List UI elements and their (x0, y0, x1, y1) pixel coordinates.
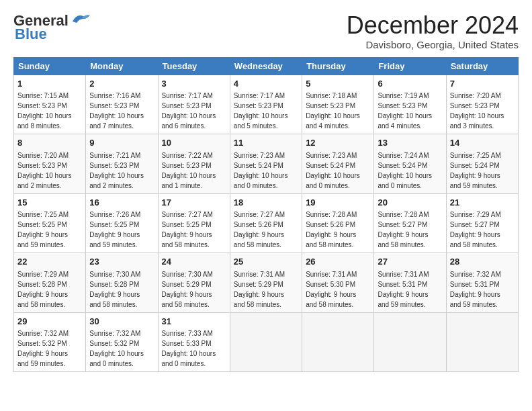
table-row: 22Sunrise: 7:29 AMSunset: 5:28 PMDayligh… (14, 253, 86, 313)
day-number: 24 (162, 256, 226, 268)
day-info: Sunrise: 7:32 AMSunset: 5:32 PMDaylight:… (89, 330, 144, 367)
day-info: Sunrise: 7:25 AMSunset: 5:25 PMDaylight:… (17, 211, 69, 248)
day-number: 4 (234, 78, 298, 90)
table-row (374, 312, 446, 372)
col-header-saturday: Saturday (446, 57, 518, 75)
day-number: 28 (450, 256, 515, 268)
calendar-week-row: 29Sunrise: 7:32 AMSunset: 5:32 PMDayligh… (14, 312, 519, 372)
table-row: 5Sunrise: 7:18 AMSunset: 5:23 PMDaylight… (302, 75, 374, 134)
day-info: Sunrise: 7:20 AMSunset: 5:23 PMDaylight:… (17, 152, 72, 189)
day-number: 1 (17, 78, 82, 90)
table-row (230, 312, 302, 372)
day-info: Sunrise: 7:28 AMSunset: 5:27 PMDaylight:… (378, 211, 429, 248)
day-info: Sunrise: 7:33 AMSunset: 5:33 PMDaylight:… (162, 330, 216, 367)
table-row: 29Sunrise: 7:32 AMSunset: 5:32 PMDayligh… (14, 312, 86, 372)
day-number: 6 (378, 78, 442, 90)
calendar-week-row: 8Sunrise: 7:20 AMSunset: 5:23 PMDaylight… (14, 134, 519, 194)
table-row: 21Sunrise: 7:29 AMSunset: 5:27 PMDayligh… (446, 193, 518, 253)
calendar-week-row: 22Sunrise: 7:29 AMSunset: 5:28 PMDayligh… (14, 253, 519, 313)
day-number: 11 (234, 137, 298, 149)
logo-bird-icon (70, 12, 91, 27)
col-header-tuesday: Tuesday (158, 57, 230, 75)
day-number: 19 (306, 197, 370, 209)
table-row: 24Sunrise: 7:30 AMSunset: 5:29 PMDayligh… (158, 253, 230, 313)
day-info: Sunrise: 7:32 AMSunset: 5:32 PMDaylight:… (17, 330, 69, 367)
day-info: Sunrise: 7:29 AMSunset: 5:27 PMDaylight:… (450, 211, 501, 248)
header: General Blue December 2024 Davisboro, Ge… (13, 12, 519, 50)
day-number: 26 (306, 256, 370, 268)
table-row: 19Sunrise: 7:28 AMSunset: 5:26 PMDayligh… (302, 193, 374, 253)
day-number: 29 (17, 316, 82, 328)
day-info: Sunrise: 7:29 AMSunset: 5:28 PMDaylight:… (17, 271, 69, 308)
table-row (446, 312, 518, 372)
calendar-week-row: 1Sunrise: 7:15 AMSunset: 5:23 PMDaylight… (14, 75, 519, 134)
day-number: 25 (234, 256, 298, 268)
day-info: Sunrise: 7:30 AMSunset: 5:29 PMDaylight:… (162, 271, 213, 308)
day-number: 20 (378, 197, 442, 209)
table-row: 2Sunrise: 7:16 AMSunset: 5:23 PMDaylight… (86, 75, 158, 134)
table-row: 23Sunrise: 7:30 AMSunset: 5:28 PMDayligh… (86, 253, 158, 313)
day-number: 14 (450, 137, 515, 149)
day-number: 30 (89, 316, 154, 328)
day-info: Sunrise: 7:18 AMSunset: 5:23 PMDaylight:… (306, 92, 360, 130)
day-info: Sunrise: 7:26 AMSunset: 5:25 PMDaylight:… (89, 211, 140, 248)
table-row: 20Sunrise: 7:28 AMSunset: 5:27 PMDayligh… (374, 193, 446, 253)
day-info: Sunrise: 7:31 AMSunset: 5:30 PMDaylight:… (306, 271, 357, 308)
table-row: 26Sunrise: 7:31 AMSunset: 5:30 PMDayligh… (302, 253, 374, 313)
table-row: 13Sunrise: 7:24 AMSunset: 5:24 PMDayligh… (374, 134, 446, 194)
day-info: Sunrise: 7:25 AMSunset: 5:24 PMDaylight:… (450, 152, 501, 189)
table-row: 14Sunrise: 7:25 AMSunset: 5:24 PMDayligh… (446, 134, 518, 194)
day-number: 10 (162, 137, 226, 149)
table-row: 30Sunrise: 7:32 AMSunset: 5:32 PMDayligh… (86, 312, 158, 372)
day-info: Sunrise: 7:32 AMSunset: 5:31 PMDaylight:… (450, 271, 501, 308)
logo-blue: Blue (15, 26, 47, 43)
table-row: 31Sunrise: 7:33 AMSunset: 5:33 PMDayligh… (158, 312, 230, 372)
day-info: Sunrise: 7:20 AMSunset: 5:23 PMDaylight:… (450, 92, 504, 130)
day-info: Sunrise: 7:31 AMSunset: 5:29 PMDaylight:… (234, 271, 285, 308)
calendar-table: Sunday Monday Tuesday Wednesday Thursday… (13, 57, 519, 373)
day-info: Sunrise: 7:21 AMSunset: 5:23 PMDaylight:… (89, 152, 144, 189)
day-info: Sunrise: 7:23 AMSunset: 5:24 PMDaylight:… (306, 152, 360, 189)
day-number: 16 (89, 197, 154, 209)
day-number: 5 (306, 78, 370, 90)
table-row: 18Sunrise: 7:27 AMSunset: 5:26 PMDayligh… (230, 193, 302, 253)
table-row: 1Sunrise: 7:15 AMSunset: 5:23 PMDaylight… (14, 75, 86, 134)
day-info: Sunrise: 7:16 AMSunset: 5:23 PMDaylight:… (89, 92, 144, 130)
day-number: 3 (162, 78, 226, 90)
logo: General Blue (13, 12, 91, 43)
day-number: 9 (89, 137, 154, 149)
table-row: 25Sunrise: 7:31 AMSunset: 5:29 PMDayligh… (230, 253, 302, 313)
table-row (302, 312, 374, 372)
day-info: Sunrise: 7:17 AMSunset: 5:23 PMDaylight:… (162, 92, 216, 130)
main-title: December 2024 (347, 12, 519, 39)
day-number: 2 (89, 78, 154, 90)
table-row: 17Sunrise: 7:27 AMSunset: 5:25 PMDayligh… (158, 193, 230, 253)
table-row: 3Sunrise: 7:17 AMSunset: 5:23 PMDaylight… (158, 75, 230, 134)
col-header-thursday: Thursday (302, 57, 374, 75)
calendar-header-row: Sunday Monday Tuesday Wednesday Thursday… (14, 57, 519, 75)
day-number: 17 (162, 197, 226, 209)
table-row: 27Sunrise: 7:31 AMSunset: 5:31 PMDayligh… (374, 253, 446, 313)
table-row: 9Sunrise: 7:21 AMSunset: 5:23 PMDaylight… (86, 134, 158, 194)
table-row: 12Sunrise: 7:23 AMSunset: 5:24 PMDayligh… (302, 134, 374, 194)
day-info: Sunrise: 7:22 AMSunset: 5:23 PMDaylight:… (162, 152, 216, 189)
day-number: 7 (450, 78, 515, 90)
day-number: 31 (162, 316, 226, 328)
title-block: December 2024 Davisboro, Georgia, United… (347, 12, 519, 50)
day-info: Sunrise: 7:27 AMSunset: 5:25 PMDaylight:… (162, 211, 213, 248)
day-number: 15 (17, 197, 82, 209)
subtitle: Davisboro, Georgia, United States (347, 39, 519, 50)
table-row: 15Sunrise: 7:25 AMSunset: 5:25 PMDayligh… (14, 193, 86, 253)
table-row: 6Sunrise: 7:19 AMSunset: 5:23 PMDaylight… (374, 75, 446, 134)
day-info: Sunrise: 7:15 AMSunset: 5:23 PMDaylight:… (17, 92, 72, 130)
day-number: 18 (234, 197, 298, 209)
col-header-monday: Monday (86, 57, 158, 75)
col-header-friday: Friday (374, 57, 446, 75)
day-info: Sunrise: 7:17 AMSunset: 5:23 PMDaylight:… (234, 92, 288, 130)
day-info: Sunrise: 7:31 AMSunset: 5:31 PMDaylight:… (378, 271, 429, 308)
table-row: 16Sunrise: 7:26 AMSunset: 5:25 PMDayligh… (86, 193, 158, 253)
day-number: 22 (17, 256, 82, 268)
table-row: 8Sunrise: 7:20 AMSunset: 5:23 PMDaylight… (14, 134, 86, 194)
day-number: 13 (378, 137, 442, 149)
table-row: 11Sunrise: 7:23 AMSunset: 5:24 PMDayligh… (230, 134, 302, 194)
